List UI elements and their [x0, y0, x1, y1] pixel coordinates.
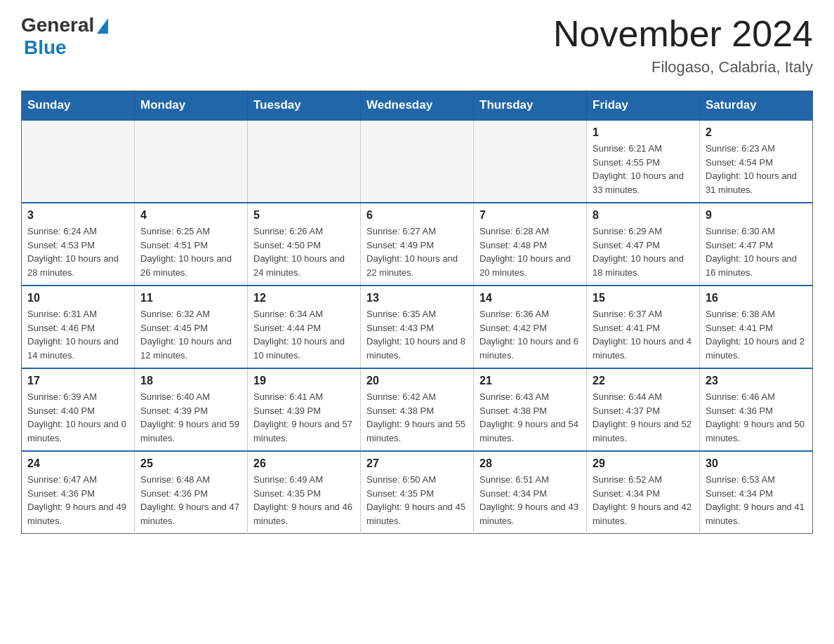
calendar-cell: 3Sunrise: 6:24 AMSunset: 4:53 PMDaylight… [22, 203, 135, 286]
day-info: Sunrise: 6:50 AMSunset: 4:35 PMDaylight:… [366, 473, 468, 528]
logo-blue-text: Blue [24, 36, 67, 59]
calendar-week-2: 3Sunrise: 6:24 AMSunset: 4:53 PMDaylight… [22, 203, 813, 286]
day-number: 13 [366, 292, 468, 304]
weekday-header-friday: Friday [587, 91, 700, 121]
calendar-cell: 27Sunrise: 6:50 AMSunset: 4:35 PMDayligh… [361, 451, 474, 534]
day-number: 2 [706, 126, 807, 139]
calendar-cell: 13Sunrise: 6:35 AMSunset: 4:43 PMDayligh… [361, 286, 474, 368]
day-info: Sunrise: 6:40 AMSunset: 4:39 PMDaylight:… [140, 390, 241, 445]
day-info: Sunrise: 6:52 AMSunset: 4:34 PMDaylight:… [593, 473, 694, 528]
weekday-header-thursday: Thursday [474, 91, 587, 121]
calendar-week-1: 1Sunrise: 6:21 AMSunset: 4:55 PMDaylight… [22, 120, 813, 203]
day-info: Sunrise: 6:27 AMSunset: 4:49 PMDaylight:… [366, 224, 468, 279]
weekday-header-saturday: Saturday [700, 91, 813, 121]
day-info: Sunrise: 6:43 AMSunset: 4:38 PMDaylight:… [479, 390, 581, 445]
day-number: 28 [479, 457, 581, 470]
calendar-cell: 1Sunrise: 6:21 AMSunset: 4:55 PMDaylight… [587, 120, 700, 203]
day-info: Sunrise: 6:37 AMSunset: 4:41 PMDaylight:… [593, 307, 694, 362]
day-info: Sunrise: 6:35 AMSunset: 4:43 PMDaylight:… [366, 307, 468, 362]
logo-triangle-icon [97, 18, 108, 34]
calendar-cell: 4Sunrise: 6:25 AMSunset: 4:51 PMDaylight… [135, 203, 248, 286]
logo: General Blue [21, 14, 108, 59]
day-number: 3 [27, 209, 128, 222]
calendar-cell: 7Sunrise: 6:28 AMSunset: 4:48 PMDaylight… [474, 203, 587, 286]
calendar-week-3: 10Sunrise: 6:31 AMSunset: 4:46 PMDayligh… [22, 286, 813, 368]
calendar-cell: 14Sunrise: 6:36 AMSunset: 4:42 PMDayligh… [474, 286, 587, 368]
day-info: Sunrise: 6:29 AMSunset: 4:47 PMDaylight:… [593, 224, 694, 279]
calendar-week-5: 24Sunrise: 6:47 AMSunset: 4:36 PMDayligh… [22, 451, 813, 534]
calendar-cell: 28Sunrise: 6:51 AMSunset: 4:34 PMDayligh… [474, 451, 587, 534]
calendar-cell: 20Sunrise: 6:42 AMSunset: 4:38 PMDayligh… [361, 368, 474, 451]
day-info: Sunrise: 6:32 AMSunset: 4:45 PMDaylight:… [140, 307, 241, 362]
calendar-cell: 8Sunrise: 6:29 AMSunset: 4:47 PMDaylight… [587, 203, 700, 286]
day-info: Sunrise: 6:51 AMSunset: 4:34 PMDaylight:… [479, 473, 581, 528]
day-info: Sunrise: 6:39 AMSunset: 4:40 PMDaylight:… [27, 390, 128, 445]
day-info: Sunrise: 6:49 AMSunset: 4:35 PMDaylight:… [253, 473, 355, 528]
calendar-cell: 10Sunrise: 6:31 AMSunset: 4:46 PMDayligh… [22, 286, 135, 368]
day-number: 11 [140, 292, 241, 304]
day-number: 24 [27, 457, 128, 470]
day-info: Sunrise: 6:34 AMSunset: 4:44 PMDaylight:… [253, 307, 355, 362]
calendar-cell: 9Sunrise: 6:30 AMSunset: 4:47 PMDaylight… [700, 203, 813, 286]
calendar-cell: 23Sunrise: 6:46 AMSunset: 4:36 PMDayligh… [700, 368, 813, 451]
day-info: Sunrise: 6:21 AMSunset: 4:55 PMDaylight:… [593, 142, 694, 196]
day-info: Sunrise: 6:46 AMSunset: 4:36 PMDaylight:… [706, 390, 807, 445]
day-number: 10 [27, 292, 128, 304]
calendar-table: SundayMondayTuesdayWednesdayThursdayFrid… [21, 90, 813, 534]
day-number: 5 [253, 209, 355, 222]
day-number: 30 [706, 457, 807, 470]
calendar-week-4: 17Sunrise: 6:39 AMSunset: 4:40 PMDayligh… [22, 368, 813, 451]
calendar-cell [22, 120, 135, 203]
day-number: 6 [366, 209, 468, 222]
day-number: 18 [140, 375, 241, 387]
logo-general-text: General [21, 14, 94, 36]
main-title: November 2024 [553, 14, 813, 54]
calendar-cell: 26Sunrise: 6:49 AMSunset: 4:35 PMDayligh… [248, 451, 361, 534]
calendar-cell: 25Sunrise: 6:48 AMSunset: 4:36 PMDayligh… [135, 451, 248, 534]
day-info: Sunrise: 6:42 AMSunset: 4:38 PMDaylight:… [366, 390, 468, 445]
day-info: Sunrise: 6:26 AMSunset: 4:50 PMDaylight:… [253, 224, 355, 279]
day-number: 9 [706, 209, 807, 222]
day-number: 22 [593, 375, 694, 387]
day-number: 21 [479, 375, 581, 387]
calendar-cell: 11Sunrise: 6:32 AMSunset: 4:45 PMDayligh… [135, 286, 248, 368]
day-number: 7 [479, 209, 581, 222]
day-info: Sunrise: 6:28 AMSunset: 4:48 PMDaylight:… [479, 224, 581, 279]
day-number: 16 [706, 292, 807, 304]
calendar-cell [361, 120, 474, 203]
day-number: 26 [253, 457, 355, 470]
day-info: Sunrise: 6:36 AMSunset: 4:42 PMDaylight:… [479, 307, 581, 362]
calendar-cell: 12Sunrise: 6:34 AMSunset: 4:44 PMDayligh… [248, 286, 361, 368]
weekday-header-tuesday: Tuesday [248, 91, 361, 121]
day-number: 29 [593, 457, 694, 470]
day-number: 23 [706, 375, 807, 387]
day-number: 19 [253, 375, 355, 387]
calendar-cell: 2Sunrise: 6:23 AMSunset: 4:54 PMDaylight… [700, 120, 813, 203]
calendar-cell [474, 120, 587, 203]
day-number: 27 [366, 457, 468, 470]
day-info: Sunrise: 6:47 AMSunset: 4:36 PMDaylight:… [27, 473, 128, 528]
day-number: 20 [366, 375, 468, 387]
weekday-header-wednesday: Wednesday [361, 91, 474, 121]
day-number: 8 [593, 209, 694, 222]
day-info: Sunrise: 6:24 AMSunset: 4:53 PMDaylight:… [27, 224, 128, 279]
day-number: 1 [593, 126, 694, 139]
calendar-cell: 18Sunrise: 6:40 AMSunset: 4:39 PMDayligh… [135, 368, 248, 451]
calendar-cell: 24Sunrise: 6:47 AMSunset: 4:36 PMDayligh… [22, 451, 135, 534]
calendar-cell: 29Sunrise: 6:52 AMSunset: 4:34 PMDayligh… [587, 451, 700, 534]
day-info: Sunrise: 6:23 AMSunset: 4:54 PMDaylight:… [706, 142, 807, 196]
calendar-cell: 5Sunrise: 6:26 AMSunset: 4:50 PMDaylight… [248, 203, 361, 286]
weekday-header-sunday: Sunday [22, 91, 135, 121]
calendar-cell: 21Sunrise: 6:43 AMSunset: 4:38 PMDayligh… [474, 368, 587, 451]
calendar-cell: 16Sunrise: 6:38 AMSunset: 4:41 PMDayligh… [700, 286, 813, 368]
day-number: 17 [27, 375, 128, 387]
calendar-header-row: SundayMondayTuesdayWednesdayThursdayFrid… [22, 91, 813, 121]
subtitle: Filogaso, Calabria, Italy [553, 58, 813, 76]
calendar-cell: 30Sunrise: 6:53 AMSunset: 4:34 PMDayligh… [700, 451, 813, 534]
day-info: Sunrise: 6:38 AMSunset: 4:41 PMDaylight:… [706, 307, 807, 362]
day-info: Sunrise: 6:48 AMSunset: 4:36 PMDaylight:… [140, 473, 241, 528]
day-info: Sunrise: 6:31 AMSunset: 4:46 PMDaylight:… [27, 307, 128, 362]
calendar-cell [248, 120, 361, 203]
calendar-cell: 17Sunrise: 6:39 AMSunset: 4:40 PMDayligh… [22, 368, 135, 451]
calendar-cell: 22Sunrise: 6:44 AMSunset: 4:37 PMDayligh… [587, 368, 700, 451]
